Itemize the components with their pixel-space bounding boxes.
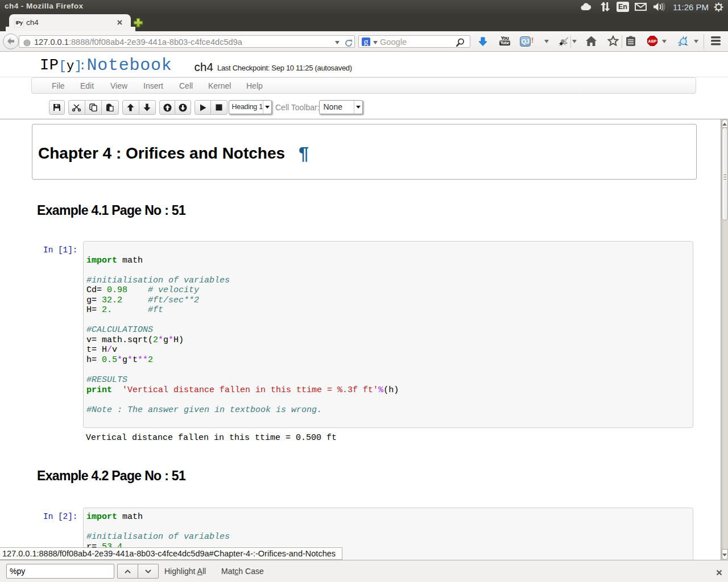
svg-text:ABP: ABP [648,39,657,43]
